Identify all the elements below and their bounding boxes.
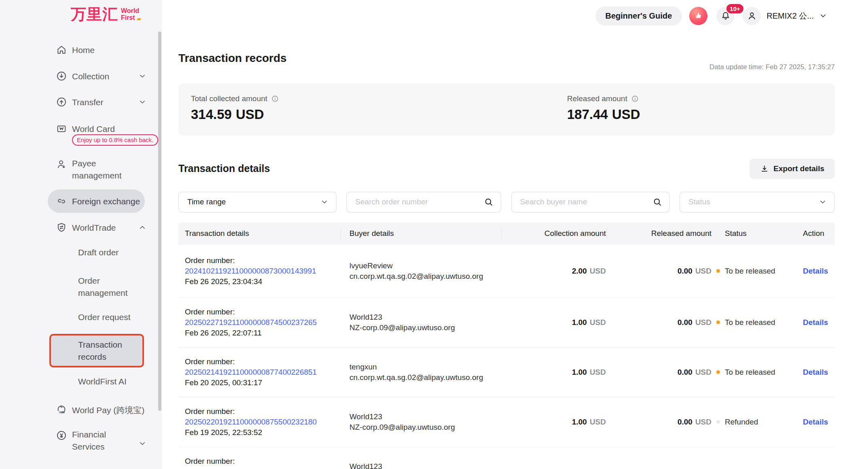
- account-name[interactable]: REMIX2 公...: [766, 11, 814, 21]
- sidebar-item-label: Payee management: [72, 157, 133, 182]
- collection-amount: 2.00USD: [501, 267, 607, 276]
- sidebar-item-label: Transfer: [72, 96, 103, 108]
- content: Transaction records Data update time: Fe…: [162, 45, 868, 469]
- status-dot: [716, 420, 720, 424]
- order-number-link[interactable]: 2025022019211000000875600232181: [185, 467, 341, 469]
- total-collected-block: Total collected amount 314.59USD: [178, 83, 555, 136]
- sidebar-item-label: Transaction records: [78, 339, 142, 363]
- buyer-name-search-input[interactable]: [520, 197, 652, 206]
- sidebar-scrollbar-thumb[interactable]: [158, 32, 161, 411]
- sidebar-item-order-request[interactable]: Order request: [78, 311, 145, 323]
- beginners-guide-button[interactable]: Beginner's Guide: [595, 6, 682, 25]
- order-date: Feb 26 2025, 23:04:34: [185, 276, 341, 287]
- account-avatar-button[interactable]: [743, 7, 761, 25]
- worldfirst-logo[interactable]: 万里汇 World First: [71, 6, 139, 23]
- main-area: Beginner's Guide 10+ REMIX2 公... Tr: [162, 0, 868, 469]
- status-text: Refunded: [725, 418, 758, 427]
- buyer-email: NZ-corp.09@alipay.uwtuso.org: [349, 422, 501, 433]
- order-number-link[interactable]: 2025022019211000000875500232180: [185, 417, 341, 427]
- status-dot: [716, 269, 720, 273]
- order-number-label: Order number:: [185, 357, 341, 367]
- sidebar-item-order-management[interactable]: Order management: [78, 275, 145, 299]
- order-number-label: Order number:: [185, 255, 341, 266]
- sidebar-item-collection[interactable]: Collection: [55, 69, 147, 83]
- table-row: Order number: 20250220192110000008756002…: [178, 447, 835, 469]
- status-text: To be released: [725, 368, 775, 377]
- released-amount-label: Released amount: [567, 94, 627, 103]
- sidebar-item-home[interactable]: Home: [55, 42, 147, 57]
- summary-card: Total collected amount 314.59USD Release…: [178, 83, 835, 136]
- payee-icon: [55, 159, 68, 170]
- order-date: Feb 19 2025, 22:53:52: [185, 427, 341, 438]
- collection-amount: 1.00USD: [501, 418, 607, 427]
- info-icon[interactable]: [271, 95, 279, 103]
- col-header-action: Action: [803, 223, 835, 245]
- details-link[interactable]: Details: [803, 318, 828, 327]
- sidebar-item-world-card[interactable]: World Card: [55, 121, 147, 136]
- total-collected-value: 314.59USD: [191, 107, 555, 122]
- col-header-status: Status: [711, 223, 803, 245]
- table-row: Order number: 20250227192110000008745002…: [178, 298, 835, 348]
- time-range-select[interactable]: Time range: [178, 192, 337, 212]
- status-cell: Refunded: [711, 467, 803, 469]
- sidebar-item-transaction-records-selected[interactable]: Transaction records: [49, 334, 144, 367]
- total-collected-label: Total collected amount: [191, 94, 267, 103]
- sidebar-item-financial-services[interactable]: Financial Services: [55, 429, 147, 453]
- buyer-name: World123: [349, 412, 501, 422]
- status-text: To be released: [725, 318, 775, 327]
- buyer-name: lvyueReview: [349, 261, 501, 271]
- order-number-search-input[interactable]: [355, 197, 484, 206]
- world-card-cashback-badge[interactable]: Enjoy up to 0.8% cash back.: [72, 134, 158, 146]
- sidebar-item-payee-management[interactable]: Payee management: [55, 157, 147, 182]
- notification-count-badge: 10+: [726, 4, 743, 13]
- status-select[interactable]: Status: [680, 192, 835, 212]
- sidebar-item-transfer[interactable]: Transfer: [55, 95, 147, 109]
- account-chevron-down-icon[interactable]: [819, 11, 828, 20]
- table-row: Order number: 20250220192110000008755002…: [178, 397, 835, 447]
- details-link[interactable]: Details: [803, 267, 828, 275]
- chevron-down-icon: [320, 197, 329, 206]
- transfer-icon: [55, 96, 68, 108]
- data-update-time: Data update time: Feb 27 2025, 17:35:27: [709, 63, 835, 72]
- sidebar-item-label: Foreign exchange: [72, 195, 140, 207]
- sidebar-item-label: World Pay (跨境宝): [72, 404, 144, 416]
- details-link[interactable]: Details: [803, 467, 828, 469]
- chevron-down-icon: [818, 197, 827, 206]
- order-number-link[interactable]: 2025021419211000000877400226851: [185, 367, 341, 378]
- logo-en-text: World First: [121, 7, 139, 21]
- released-amount-value: 187.44USD: [567, 107, 640, 122]
- collection-amount: 1.00USD: [501, 368, 607, 377]
- notifications-button[interactable]: 10+: [716, 7, 735, 25]
- search-icon[interactable]: [652, 197, 662, 207]
- details-link[interactable]: Details: [803, 418, 828, 426]
- details-head: Transaction details Export details: [178, 159, 835, 179]
- thumbs-up-icon: [693, 11, 704, 21]
- order-number-link[interactable]: 2024102119211000000873000143991: [185, 266, 341, 276]
- feedback-thumbs-up-button[interactable]: [689, 7, 707, 25]
- sidebar-item-worldtrade[interactable]: WorldTrade: [55, 220, 147, 235]
- person-icon: [747, 11, 757, 21]
- sidebar-item-foreign-exchange[interactable]: Foreign exchange: [48, 189, 145, 213]
- financial-services-icon: [55, 430, 68, 441]
- col-header-released-amount: Released amount: [607, 223, 711, 245]
- buyer-email: NZ-corp.09@alipay.uwtuso.org: [349, 323, 501, 333]
- col-header-buyer-details: Buyer details: [341, 223, 501, 245]
- released-amount: 0.00USD: [607, 267, 711, 276]
- sidebar-item-draft-order[interactable]: Draft order: [78, 246, 145, 259]
- topbar: Beginner's Guide 10+ REMIX2 公...: [162, 0, 868, 32]
- info-icon[interactable]: [631, 95, 639, 103]
- export-details-button[interactable]: Export details: [749, 159, 835, 179]
- details-link[interactable]: Details: [803, 368, 828, 376]
- home-icon: [55, 44, 68, 55]
- chevron-up-icon: [138, 223, 147, 232]
- order-number-link[interactable]: 2025022719211000000874500237265: [185, 317, 341, 328]
- sidebar-item-world-pay[interactable]: 1688 World Pay (跨境宝): [55, 403, 147, 417]
- status-cell: Refunded: [711, 418, 803, 427]
- buyer-email: cn.corp.wt.qa.sg.02@alipay.uwtuso.org: [349, 372, 501, 383]
- search-icon[interactable]: [484, 197, 493, 207]
- sidebar-item-worldfirst-ai[interactable]: WorldFirst AI: [78, 376, 145, 388]
- buyer-name: World123: [349, 312, 501, 323]
- sidebar-item-label: World Card: [72, 123, 115, 135]
- sidebar-item-label: WorldTrade: [72, 222, 116, 233]
- table-row: Order number: 20241021192110000008730001…: [178, 245, 835, 298]
